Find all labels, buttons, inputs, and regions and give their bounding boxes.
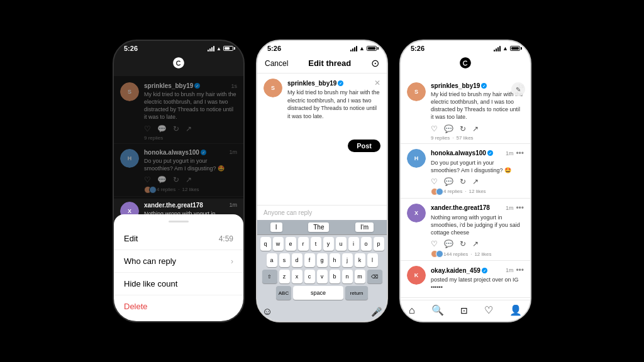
compose-text[interactable]: My kid tried to brush my hair with the e… (287, 89, 380, 120)
mic-icon[interactable]: 🎤 (371, 307, 382, 317)
key-y[interactable]: y (323, 237, 334, 251)
key-return[interactable]: return (345, 286, 368, 300)
repost-icon[interactable]: ↻ (460, 177, 466, 186)
phone-3: 5:26 ▲ S (399, 40, 531, 322)
edit-label: Edit (124, 234, 138, 243)
nav-search[interactable]: 🔍 (431, 304, 444, 316)
sheet-hide-like[interactable]: Hide like count (114, 273, 243, 295)
key-m[interactable]: m (355, 270, 365, 283)
key-x[interactable]: x (292, 270, 303, 283)
reply-icon[interactable]: 💬 (444, 239, 453, 248)
post-actions: ♡ 💬 ↻ ↗ (431, 177, 524, 186)
time-1: 5:26 (124, 45, 138, 52)
key-w[interactable]: w (273, 237, 284, 251)
bottom-nav: ⌂ 🔍 ⊡ ♡ 👤 (401, 300, 530, 321)
sheet-who-can-reply[interactable]: Who can reply › (114, 250, 243, 273)
wifi-icon: ▲ (502, 45, 508, 52)
post-header: sprinkles_bby19 ✓ 1s ✎ (431, 82, 524, 89)
nav-likes[interactable]: ♡ (484, 304, 493, 316)
close-button[interactable]: ✕ (374, 79, 380, 87)
post-item: X xander.the.great178 1m ••• Nothing wro… (401, 199, 530, 261)
post-item: S sprinkles_bby19 ✓ 1s ✎ My kid tried to… (401, 77, 530, 144)
hide-like-label: Hide like count (124, 279, 177, 288)
key-f[interactable]: f (304, 253, 315, 267)
nav-new-post[interactable]: ⊡ (460, 305, 468, 315)
key-c[interactable]: c (304, 270, 315, 283)
post-button[interactable]: Post (348, 140, 380, 152)
compose-body: sprinkles_bby19 ✓ ✕ My kid tried to brus… (287, 79, 380, 120)
key-e[interactable]: e (286, 237, 296, 251)
wifi-icon: ▲ (359, 45, 365, 52)
key-h[interactable]: h (330, 253, 340, 267)
sheet-delete[interactable]: Delete (114, 295, 243, 317)
key-l[interactable]: l (367, 253, 378, 267)
sheet-edit-item[interactable]: Edit 4:59 (114, 228, 243, 250)
reply-hint: Anyone can reply (257, 205, 387, 220)
emoji-icon[interactable]: ☺ (262, 306, 272, 317)
suggestion-2[interactable]: The (308, 222, 329, 232)
status-icons-2: ▲ (350, 45, 377, 52)
reply-icon[interactable]: 💬 (444, 124, 453, 133)
chevron-icon: › (231, 257, 233, 266)
repost-icon[interactable]: ↻ (460, 239, 466, 248)
more-options-icon[interactable]: ••• (516, 266, 524, 275)
keyboard: I The I'm q w e r t y u i o p a (257, 220, 387, 321)
key-k[interactable]: k (355, 253, 365, 267)
key-q[interactable]: q (260, 237, 271, 251)
key-t[interactable]: t (311, 237, 321, 251)
post-header: okay.kaiden_459 ✓ 1m ••• (431, 266, 524, 275)
key-g[interactable]: g (317, 253, 328, 267)
suggestion-1[interactable]: I (270, 222, 282, 232)
like-icon[interactable]: ♡ (431, 177, 438, 186)
verified-badge: ✓ (482, 268, 487, 273)
reply-icon[interactable]: 💬 (444, 177, 453, 186)
like-icon[interactable]: ♡ (431, 124, 438, 133)
avatar: S (407, 82, 426, 101)
share-icon[interactable]: ↗ (472, 239, 479, 248)
more-options-button[interactable]: ⊙ (371, 57, 379, 69)
avatar: H (407, 149, 426, 168)
repost-icon[interactable]: ↻ (460, 124, 466, 133)
key-j[interactable]: j (342, 253, 353, 267)
nav-home[interactable]: ⌂ (409, 305, 415, 316)
share-icon[interactable]: ↗ (472, 177, 479, 186)
status-bar-2: 5:26 ▲ (257, 41, 387, 53)
key-r[interactable]: r (298, 237, 309, 251)
post-header-right: 1m ••• (506, 149, 524, 158)
post-item: H honoka.always100 ✓ 1m ••• Do you put y… (401, 144, 530, 199)
key-u[interactable]: u (336, 237, 347, 251)
key-abc[interactable]: ABC (276, 286, 291, 300)
share-icon[interactable]: ↗ (472, 124, 479, 133)
username: sprinkles_bby19 ✓ (431, 82, 487, 89)
post-actions: ♡ 💬 ↻ ↗ (431, 124, 524, 133)
suggestion-3[interactable]: I'm (355, 222, 374, 232)
edit-button[interactable]: ✎ (511, 82, 525, 96)
key-shift[interactable]: ⇧ (262, 270, 277, 283)
cancel-button[interactable]: Cancel (265, 59, 288, 68)
key-row-3: ⇧ z x c v b n m ⌫ (258, 270, 386, 283)
key-s[interactable]: s (279, 253, 290, 267)
key-a[interactable]: a (267, 253, 277, 267)
nav-profile[interactable]: 👤 (509, 304, 522, 316)
verified-badge: ✓ (481, 83, 487, 89)
key-i[interactable]: i (348, 237, 359, 251)
key-p[interactable]: p (374, 237, 384, 251)
key-delete[interactable]: ⌫ (367, 270, 382, 283)
phone-1: 5:26 ▲ S (113, 40, 245, 322)
post-time: 1m (506, 205, 514, 211)
key-d[interactable]: d (292, 253, 303, 267)
more-options-icon[interactable]: ••• (516, 204, 524, 212)
key-z[interactable]: z (279, 270, 290, 283)
key-space[interactable]: space (293, 286, 343, 300)
edit-title: Edit thread (308, 58, 351, 68)
post-time: 1m (506, 267, 514, 273)
key-v[interactable]: v (317, 270, 328, 283)
delete-label: Delete (124, 302, 148, 311)
key-b[interactable]: b (330, 270, 340, 283)
verified-badge: ✓ (338, 80, 343, 86)
threads-logo-1 (114, 53, 243, 77)
key-o[interactable]: o (361, 237, 372, 251)
more-options-icon[interactable]: ••• (516, 149, 524, 158)
key-n[interactable]: n (342, 270, 353, 283)
like-icon[interactable]: ♡ (431, 239, 438, 248)
